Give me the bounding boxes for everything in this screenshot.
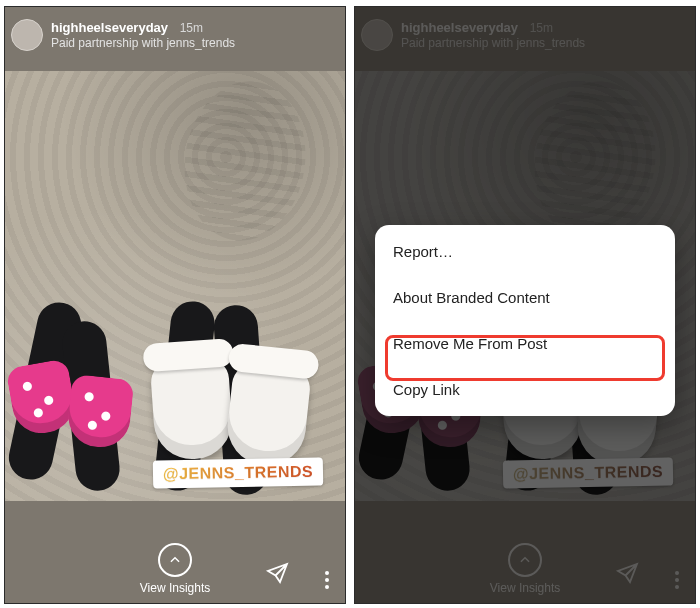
story-footer: View Insights xyxy=(5,495,345,603)
mention-sticker[interactable]: @JENNS_TRENDS xyxy=(153,458,324,489)
story-photo[interactable]: @JENNS_TRENDS xyxy=(5,71,345,501)
dot-icon xyxy=(325,578,329,582)
insights-label: View Insights xyxy=(140,581,210,595)
story-header: highheelseveryday 15m Paid partnership w… xyxy=(5,7,345,63)
username[interactable]: highheelseveryday xyxy=(51,20,168,35)
dot-icon xyxy=(325,585,329,589)
more-options-button[interactable] xyxy=(325,571,329,589)
send-button[interactable] xyxy=(265,561,289,589)
paper-plane-icon xyxy=(265,561,289,585)
menu-item-copy-link[interactable]: Copy Link xyxy=(375,366,675,412)
view-insights-button[interactable]: View Insights xyxy=(140,543,210,595)
dot-icon xyxy=(325,571,329,575)
menu-item-remove-me[interactable]: Remove Me From Post xyxy=(375,320,675,366)
header-text: highheelseveryday 15m Paid partnership w… xyxy=(51,20,235,50)
story-screen-with-menu: @JENNS_TRENDS highheelseveryday 15m Paid… xyxy=(354,6,696,604)
story-screen: @JENNS_TRENDS highheelseveryday 15m Paid… xyxy=(4,6,346,604)
action-sheet: Report… About Branded Content Remove Me … xyxy=(375,225,675,416)
comparison-canvas: @JENNS_TRENDS highheelseveryday 15m Paid… xyxy=(0,0,700,608)
timestamp: 15m xyxy=(180,21,203,35)
menu-item-about-branded[interactable]: About Branded Content xyxy=(375,274,675,320)
avatar[interactable] xyxy=(11,19,43,51)
menu-item-report[interactable]: Report… xyxy=(375,229,675,274)
partner-name[interactable]: jenns_trends xyxy=(166,36,235,50)
chevron-up-icon xyxy=(158,543,192,577)
mention-text: @JENNS_TRENDS xyxy=(163,463,313,483)
partnership-label: Paid partnership with xyxy=(51,36,166,50)
white-boot xyxy=(150,356,235,461)
